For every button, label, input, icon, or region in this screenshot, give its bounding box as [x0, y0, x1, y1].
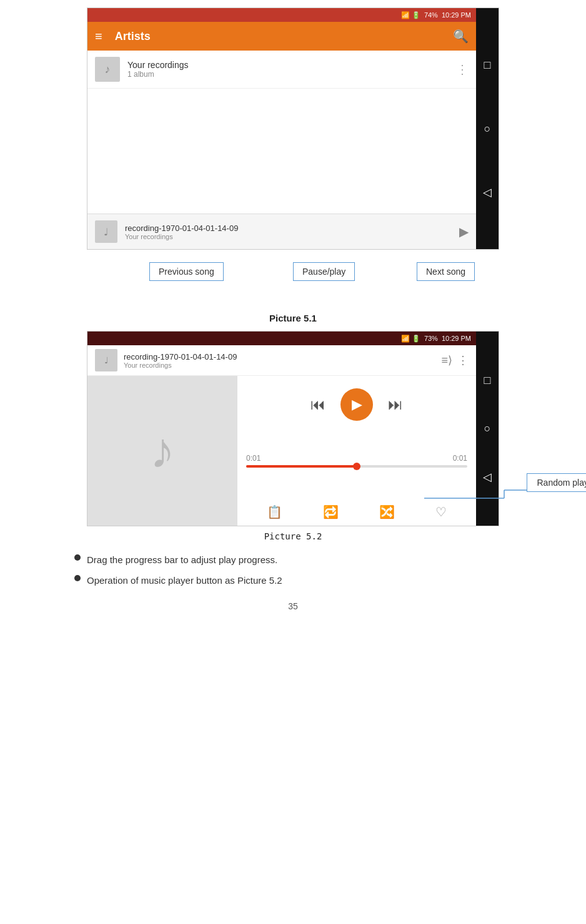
more-options-icon[interactable]: ⋮ — [456, 62, 469, 77]
song-list-item[interactable]: ♩ recording-1970-01-04-01-14-09 Your rec… — [87, 214, 476, 249]
queue-icon[interactable]: ≡⟩ — [441, 353, 452, 367]
pause-play-callout: Pause/play — [293, 262, 355, 281]
status-icons: 📶 🔋 — [401, 11, 420, 19]
song-name: recording-1970-01-04-01-14-09 — [125, 224, 459, 233]
total-time: 0:01 — [453, 454, 467, 463]
side-navigation-1: □ ○ ◁ — [476, 8, 499, 249]
page-number: 35 — [0, 601, 586, 624]
previous-button[interactable]: ⏮ — [310, 396, 325, 413]
song-play-button[interactable]: ▶ — [459, 224, 469, 239]
random-play-callout: Random play — [527, 473, 587, 492]
hamburger-icon[interactable]: ≡ — [95, 29, 102, 44]
bullet-item-2: Operation of music player button as Pict… — [74, 572, 512, 589]
bullet-text-2: Operation of music player button as Pict… — [87, 572, 282, 589]
square-button-2[interactable]: □ — [477, 371, 497, 391]
progress-fill — [246, 465, 357, 468]
next-button[interactable]: ⏭ — [388, 396, 403, 413]
picture-5-1-label: Picture 5.1 — [269, 313, 317, 323]
bullet-list: Drag the progress bar to adjust play pro… — [74, 551, 512, 589]
artist-name: Your recordings — [127, 60, 456, 70]
time-display: 0:01 0:01 — [246, 454, 467, 463]
bullet-dot-2 — [74, 575, 81, 581]
artist-sub: 1 album — [127, 70, 456, 79]
song-artist: Your recordings — [125, 233, 459, 240]
player-status-icons: 📶 🔋 — [401, 335, 420, 343]
bullet-text-1: Drag the progress bar to adjust play pro… — [87, 551, 277, 568]
player-song-header: ♩ recording-1970-01-04-01-14-09 Your rec… — [87, 345, 476, 376]
artist-list-item[interactable]: ♪ Your recordings 1 album ⋮ — [87, 51, 476, 89]
progress-thumb[interactable] — [353, 463, 360, 470]
song-info: recording-1970-01-04-01-14-09 Your recor… — [125, 224, 459, 240]
screenshot-1: 📶 🔋 74% 10:29 PM ≡ Artists 🔍 ♪ Your reco… — [87, 7, 499, 250]
previous-song-callout: Previous song — [149, 262, 224, 281]
player-song-name: recording-1970-01-04-01-14-09 — [124, 352, 441, 361]
phone-screen-1: 📶 🔋 74% 10:29 PM ≡ Artists 🔍 ♪ Your reco… — [87, 8, 476, 249]
circle-button[interactable]: ○ — [477, 119, 497, 139]
shuffle-button[interactable]: 🔀 — [379, 504, 395, 519]
player-battery: 73% — [424, 335, 438, 342]
bullet-dot-1 — [74, 554, 81, 561]
back-button-2[interactable]: ◁ — [477, 467, 497, 487]
artists-title: Artists — [115, 30, 445, 43]
play-pause-button[interactable]: ▶ — [340, 388, 373, 421]
search-icon[interactable]: 🔍 — [453, 29, 469, 44]
back-button[interactable]: ◁ — [477, 182, 497, 202]
time-1: 10:29 PM — [442, 11, 471, 19]
favorite-button[interactable]: ♡ — [435, 504, 447, 519]
more-icon[interactable]: ⋮ — [457, 353, 469, 367]
picture-5-2-label: Picture 5.2 — [0, 531, 586, 541]
circle-button-2[interactable]: ○ — [477, 419, 497, 439]
battery-level: 74% — [424, 11, 438, 19]
empty-space — [87, 89, 476, 214]
player-time: 10:29 PM — [442, 335, 471, 342]
song-thumbnail: ♩ — [95, 220, 117, 243]
screenshot-2: 📶 🔋 73% 10:29 PM ♩ recording-1970-01-04-… — [87, 331, 499, 526]
extra-controls: 📋 🔁 🔀 ♡ — [246, 504, 467, 519]
playlist-button[interactable]: 📋 — [267, 504, 282, 519]
album-art: ♪ — [87, 376, 237, 526]
transport-controls: ⏮ ▶ ⏭ — [246, 388, 467, 421]
progress-track[interactable] — [246, 465, 467, 468]
status-bar-1: 📶 🔋 74% 10:29 PM — [87, 8, 476, 22]
side-navigation-2: □ ○ ◁ — [476, 332, 499, 526]
toolbar-1: ≡ Artists 🔍 — [87, 22, 476, 51]
music-note-icon: ♪ — [150, 422, 175, 479]
player-song-thumbnail: ♩ — [95, 349, 117, 371]
progress-section: 0:01 0:01 — [246, 454, 467, 468]
player-main-area: ♪ ⏮ ▶ ⏭ 0:01 0:01 — [87, 376, 476, 526]
play-icon: ▶ — [352, 396, 362, 413]
player-controls: ⏮ ▶ ⏭ 0:01 0:01 — [237, 376, 476, 526]
artist-thumbnail: ♪ — [95, 57, 120, 82]
player-screen: 📶 🔋 73% 10:29 PM ♩ recording-1970-01-04-… — [87, 332, 476, 526]
player-song-info: recording-1970-01-04-01-14-09 Your recor… — [124, 352, 441, 369]
next-song-callout: Next song — [417, 262, 475, 281]
callout-section: Previous song Pause/play Next song Pictu… — [87, 250, 499, 331]
square-button[interactable]: □ — [477, 55, 497, 75]
player-song-actions: ≡⟩ ⋮ — [441, 353, 469, 367]
artist-info: Your recordings 1 album — [127, 60, 456, 79]
player-song-artist: Your recordings — [124, 361, 441, 369]
player-status-bar: 📶 🔋 73% 10:29 PM — [87, 332, 476, 345]
screenshot-2-outer: 📶 🔋 73% 10:29 PM ♩ recording-1970-01-04-… — [87, 331, 499, 526]
bullet-item-1: Drag the progress bar to adjust play pro… — [74, 551, 512, 568]
current-time: 0:01 — [246, 454, 261, 463]
repeat-button[interactable]: 🔁 — [323, 504, 339, 519]
